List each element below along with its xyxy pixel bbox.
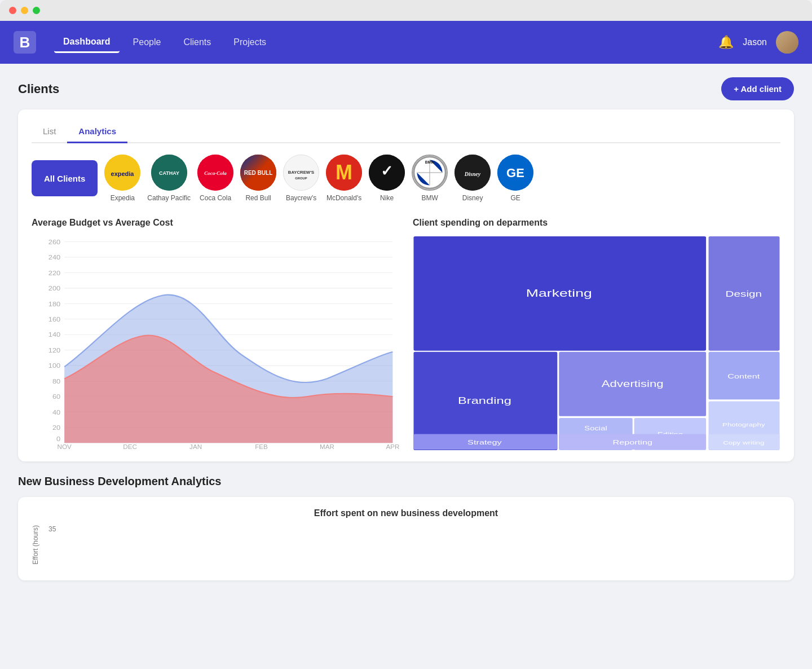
cathay-label: Cathay Pacific <box>147 194 191 202</box>
mcdonalds-label: McDonald's <box>326 194 361 202</box>
svg-text:Reporting: Reporting <box>612 439 652 446</box>
svg-text:100: 100 <box>48 362 61 369</box>
treemap-title: Client spending on deparments <box>413 218 780 228</box>
area-chart-title: Average Budget vs Average Cost <box>32 218 399 228</box>
maximize-dot[interactable] <box>33 7 40 14</box>
client-bmw[interactable]: BMW BMW <box>412 155 448 202</box>
svg-text:Advertising: Advertising <box>602 379 664 389</box>
new-business-title: New Business Development Analytics <box>18 475 794 488</box>
user-avatar[interactable] <box>776 31 798 54</box>
svg-text:Content: Content <box>727 373 760 380</box>
bmw-label: BMW <box>421 194 438 202</box>
svg-text:20: 20 <box>52 424 60 432</box>
svg-text:FEB: FEB <box>255 443 268 450</box>
nav-people[interactable]: People <box>124 33 170 52</box>
svg-text:80: 80 <box>52 377 60 385</box>
svg-text:140: 140 <box>48 331 61 338</box>
analytics-card: List Analytics All Clients expedia Exped… <box>18 109 794 461</box>
svg-text:NOV: NOV <box>58 443 72 450</box>
client-ge[interactable]: GE GE <box>497 155 533 202</box>
client-disney[interactable]: Disney Disney <box>454 155 491 202</box>
nav-links: Dashboard People Clients Projects <box>54 32 718 53</box>
nike-logo: ✓ <box>369 155 405 191</box>
treemap-container: Client spending on deparments Marketing … <box>413 218 780 450</box>
client-baycrew[interactable]: BAYCREW'SGROUP Baycrew's <box>283 155 319 202</box>
client-cocacola[interactable]: Coca-Cola Coca Cola <box>197 155 233 202</box>
svg-text:120: 120 <box>48 346 61 354</box>
add-client-button[interactable]: + Add client <box>721 77 794 100</box>
svg-text:RED BULL: RED BULL <box>244 170 273 176</box>
nav-projects[interactable]: Projects <box>224 33 275 52</box>
client-nike[interactable]: ✓ Nike <box>369 155 405 202</box>
nike-label: Nike <box>380 194 394 202</box>
svg-text:✓: ✓ <box>381 162 393 179</box>
svg-text:40: 40 <box>52 408 60 416</box>
all-clients-button[interactable]: All Clients <box>32 160 98 196</box>
bell-icon[interactable]: 🔔 <box>718 35 734 50</box>
redbull-logo: RED BULL <box>240 155 276 191</box>
expedia-logo: expedia <box>104 155 140 191</box>
client-cathay[interactable]: CATHAY Cathay Pacific <box>147 155 191 202</box>
baycrew-logo: BAYCREW'SGROUP <box>283 155 319 191</box>
client-logos-row: All Clients expedia Expedia CATHAY Catha… <box>32 155 780 202</box>
effort-y-value: 35 <box>48 525 56 533</box>
svg-text:Social: Social <box>584 425 607 432</box>
svg-text:M: M <box>336 161 352 184</box>
effort-chart-title: Effort spent on new business development <box>32 508 780 518</box>
page-title: Clients <box>18 82 59 96</box>
disney-logo: Disney <box>454 155 491 191</box>
minimize-dot[interactable] <box>21 7 28 14</box>
page-header: Clients + Add client <box>18 77 794 100</box>
svg-text:expedia: expedia <box>111 170 135 177</box>
close-dot[interactable] <box>9 7 16 14</box>
client-expedia[interactable]: expedia Expedia <box>104 155 140 202</box>
svg-text:APR: APR <box>386 443 399 450</box>
app-logo: B <box>14 31 36 54</box>
charts-row: Average Budget vs Average Cost <box>32 218 780 450</box>
tab-bar: List Analytics <box>32 121 780 143</box>
bmw-logo: BMW <box>412 155 448 191</box>
svg-text:180: 180 <box>48 300 61 307</box>
redbull-label: Red Bull <box>245 194 271 202</box>
ge-label: GE <box>510 194 520 202</box>
svg-text:Copy writing: Copy writing <box>723 440 764 446</box>
tab-analytics[interactable]: Analytics <box>67 121 127 143</box>
svg-text:GROUP: GROUP <box>295 177 307 180</box>
ge-logo: GE <box>497 155 533 191</box>
nav-clients[interactable]: Clients <box>174 33 220 52</box>
tab-list[interactable]: List <box>32 121 67 143</box>
disney-label: Disney <box>462 194 483 202</box>
area-chart-svg: 260 240 220 200 180 160 140 120 100 80 6… <box>32 236 399 450</box>
cocacola-label: Coca Cola <box>200 194 231 202</box>
svg-text:60: 60 <box>52 393 60 400</box>
nav-right: 🔔 Jason <box>718 31 798 54</box>
treemap-wrap: Marketing Design Branding Advertising Co… <box>413 236 780 450</box>
nav-dashboard[interactable]: Dashboard <box>54 32 120 53</box>
svg-text:Branding: Branding <box>458 395 511 406</box>
effort-axis-label: Effort (hours) <box>32 525 39 569</box>
svg-text:260: 260 <box>48 238 61 245</box>
svg-text:CATHAY: CATHAY <box>159 170 179 176</box>
mcdonalds-logo: M <box>326 155 362 191</box>
area-chart-wrap: 260 240 220 200 180 160 140 120 100 80 6… <box>32 236 399 450</box>
svg-text:BMW: BMW <box>425 160 435 164</box>
svg-text:MAR: MAR <box>320 443 334 450</box>
svg-text:Design: Design <box>726 289 762 298</box>
main-content: Clients + Add client List Analytics All … <box>0 64 812 594</box>
client-mcdonalds[interactable]: M McDonald's <box>326 155 362 202</box>
svg-text:BAYCREW'S: BAYCREW'S <box>288 170 314 175</box>
user-name: Jason <box>743 37 767 47</box>
treemap-svg: Marketing Design Branding Advertising Co… <box>413 236 780 450</box>
effort-card: Effort spent on new business development… <box>18 497 794 580</box>
svg-text:GE: GE <box>506 166 524 180</box>
avatar-image <box>776 31 798 54</box>
svg-text:Strategy: Strategy <box>467 439 502 446</box>
svg-text:DEC: DEC <box>123 443 137 450</box>
client-redbull[interactable]: RED BULL Red Bull <box>240 155 276 202</box>
window-chrome <box>0 0 812 21</box>
svg-text:JAN: JAN <box>189 443 202 450</box>
svg-text:Photography: Photography <box>722 422 765 428</box>
svg-text:Disney: Disney <box>464 171 481 177</box>
svg-text:Marketing: Marketing <box>526 287 592 298</box>
svg-text:160: 160 <box>48 316 61 323</box>
